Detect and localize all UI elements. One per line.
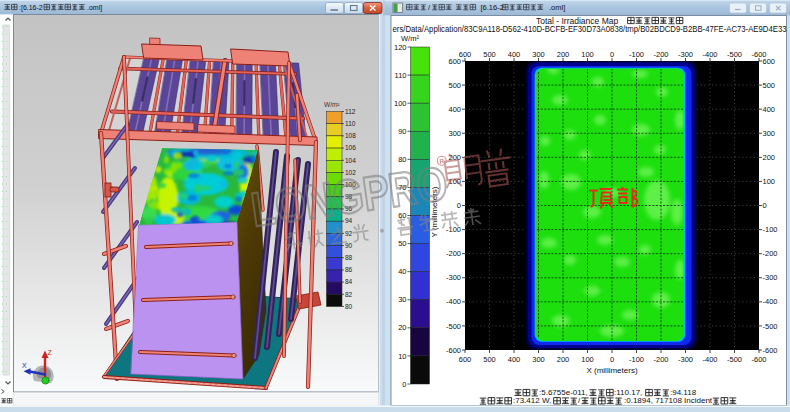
svg-text:400: 400	[508, 355, 521, 364]
svg-text:400: 400	[448, 105, 461, 114]
svg-text:40: 40	[398, 267, 406, 276]
svg-text:ers/Data/Application/83C9A118-: ers/Data/Application/83C9A118-D562-410D-…	[393, 24, 787, 34]
svg-text:300: 300	[448, 129, 461, 138]
svg-text:-300: -300	[446, 273, 461, 282]
svg-text:Z: Z	[48, 349, 53, 356]
svg-text:200: 200	[557, 50, 570, 59]
svg-text:10: 10	[398, 352, 406, 361]
svg-text:90: 90	[398, 127, 406, 136]
svg-text:106: 106	[345, 144, 356, 151]
svg-text:-500: -500	[727, 50, 742, 59]
svg-text:-600: -600	[751, 355, 766, 364]
svg-text:-500: -500	[446, 322, 461, 331]
svg-text:600: 600	[448, 57, 461, 66]
svg-text:X (millimeters): X (millimeters)	[586, 366, 637, 375]
svg-text:200: 200	[557, 355, 570, 364]
svg-text:200: 200	[763, 153, 776, 162]
svg-text:100: 100	[394, 99, 407, 108]
svg-text:120: 120	[394, 43, 407, 52]
svg-text:-600: -600	[763, 346, 778, 355]
svg-text:84: 84	[345, 278, 353, 285]
svg-text:300: 300	[532, 355, 545, 364]
svg-text:108: 108	[345, 132, 356, 139]
svg-text:0: 0	[763, 201, 767, 210]
svg-text:-400: -400	[763, 297, 778, 306]
svg-text:.oml]: .oml]	[549, 3, 565, 12]
svg-text:82: 82	[345, 291, 353, 298]
svg-text:-500: -500	[763, 322, 778, 331]
svg-text:100: 100	[581, 355, 594, 364]
svg-text:500: 500	[763, 81, 776, 90]
svg-text:92: 92	[345, 230, 353, 237]
svg-text:90: 90	[345, 242, 353, 249]
svg-text:400: 400	[508, 50, 521, 59]
svg-text:-300: -300	[678, 355, 693, 364]
svg-text:-400: -400	[702, 355, 717, 364]
svg-text:86: 86	[345, 266, 353, 273]
svg-text:600: 600	[459, 355, 472, 364]
svg-text:-600: -600	[751, 50, 766, 59]
svg-text:0: 0	[610, 355, 614, 364]
svg-text:80: 80	[345, 303, 353, 310]
svg-text:-200: -200	[653, 50, 668, 59]
svg-text:-100: -100	[446, 225, 461, 234]
svg-text:300: 300	[763, 129, 776, 138]
svg-text:112: 112	[345, 108, 356, 115]
svg-text:400: 400	[763, 105, 776, 114]
svg-text:-600: -600	[446, 346, 461, 355]
svg-text:88: 88	[345, 254, 353, 261]
svg-text:500: 500	[483, 50, 496, 59]
svg-text:0: 0	[402, 380, 406, 389]
svg-text:-100: -100	[763, 225, 778, 234]
svg-text:-200: -200	[653, 355, 668, 364]
svg-text:[6.16-2: [6.16-2	[481, 3, 504, 12]
svg-text:110: 110	[395, 71, 407, 80]
svg-text:-400: -400	[446, 297, 461, 306]
svg-text:110: 110	[345, 120, 356, 127]
svg-text:100: 100	[581, 50, 594, 59]
svg-text:-100: -100	[629, 355, 644, 364]
svg-text:-200: -200	[763, 249, 778, 258]
svg-text::[6.16-2: :[6.16-2	[19, 4, 43, 12]
svg-text:30: 30	[398, 295, 406, 304]
svg-text:-300: -300	[678, 50, 693, 59]
svg-text:X: X	[22, 362, 27, 369]
svg-text:-100: -100	[629, 50, 644, 59]
svg-text:W/m²: W/m²	[324, 101, 340, 108]
svg-text::73.412 W,: :73.412 W,	[513, 396, 551, 405]
svg-text:0: 0	[457, 201, 461, 210]
svg-text:50: 50	[398, 239, 406, 248]
svg-text:20: 20	[398, 323, 406, 332]
svg-text:500: 500	[483, 355, 496, 364]
svg-text:300: 300	[532, 50, 545, 59]
svg-text:0: 0	[610, 50, 614, 59]
svg-text:-300: -300	[763, 273, 778, 282]
svg-text:-500: -500	[727, 355, 742, 364]
svg-text:100: 100	[763, 177, 776, 186]
svg-text:104: 104	[345, 157, 356, 164]
svg-text:-200: -200	[446, 249, 461, 258]
svg-text::0.1894, 717108 Incident: :0.1894, 717108 Incident	[624, 396, 713, 405]
svg-text:500: 500	[448, 81, 461, 90]
svg-text:.oml]: .oml]	[87, 4, 102, 12]
svg-text:-400: -400	[702, 50, 717, 59]
